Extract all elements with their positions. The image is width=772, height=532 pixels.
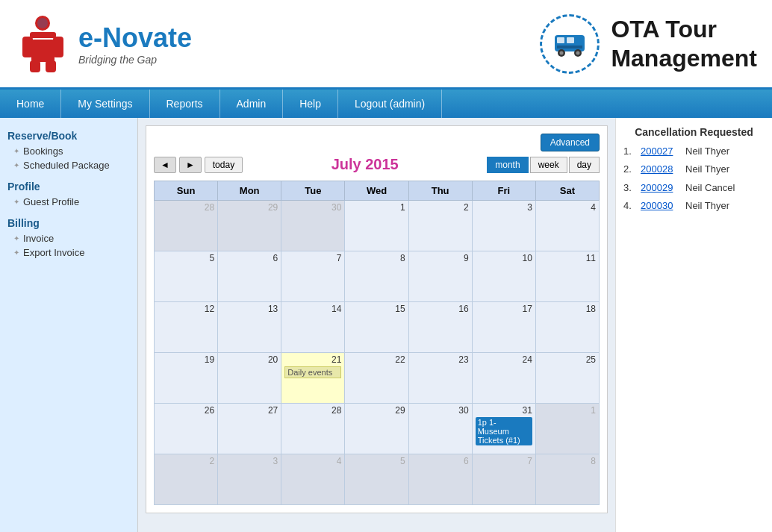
calendar-day-cell[interactable]: 11	[535, 251, 599, 302]
advanced-button[interactable]: Advanced	[541, 134, 600, 151]
cancellation-item-name: Neil Thyer	[685, 145, 729, 158]
calendar-day-cell[interactable]: 29	[218, 201, 281, 251]
date-number: 1	[539, 405, 596, 416]
sidebar-item-invoice[interactable]: ✦ Invoice	[0, 231, 137, 245]
nav-help[interactable]: Help	[283, 90, 338, 118]
view-day-button[interactable]: day	[569, 157, 600, 173]
cancellation-item-id[interactable]: 200028	[641, 163, 682, 176]
calendar-day-cell[interactable]: 17	[472, 302, 535, 353]
today-button[interactable]: today	[205, 157, 243, 173]
sidebar-item-guest-profile[interactable]: ✦ Guest Profile	[0, 195, 137, 209]
cancellation-item-name: Neil Cancel	[685, 181, 735, 195]
calendar-day-cell[interactable]: 15	[345, 302, 408, 353]
logo-text: e-Novate Bridging the Gap	[78, 22, 192, 66]
sidebar-title-billing[interactable]: Billing	[0, 213, 137, 231]
calendar-day-cell[interactable]: 18	[535, 302, 599, 353]
date-number: 29	[221, 202, 278, 213]
nav-home[interactable]: Home	[0, 90, 61, 118]
calendar-day-cell[interactable]: 20	[218, 353, 281, 404]
calendar-day-cell[interactable]: 28	[155, 201, 218, 251]
event-badge[interactable]: 1p 1- Museum Tickets (#1)	[476, 417, 532, 445]
date-number: 16	[412, 304, 469, 314]
calendar-day-cell[interactable]: 6	[218, 251, 281, 302]
nav-admin[interactable]: Admin	[220, 90, 284, 118]
date-number: 5	[158, 253, 214, 263]
calendar-day-cell[interactable]: 5	[155, 251, 218, 302]
view-month-button[interactable]: month	[487, 157, 528, 173]
nav-reports[interactable]: Reports	[150, 90, 220, 118]
calendar-day-cell[interactable]: 23	[408, 353, 472, 404]
calendar-day-cell[interactable]: 4	[281, 454, 345, 505]
date-number: 27	[221, 405, 278, 416]
calendar-day-cell[interactable]: 26	[155, 404, 218, 454]
calendar-day-cell[interactable]: 24	[472, 353, 535, 404]
logo-icon	[15, 14, 71, 74]
calendar-nav: ◄ ► today	[154, 157, 243, 173]
day-header-sun: Sun	[155, 181, 218, 201]
cancellation-list-item: 2.200028Neil Thyer	[623, 163, 765, 176]
sidebar-title-reserve[interactable]: Reserve/Book	[0, 125, 137, 144]
cancellation-item-id[interactable]: 200029	[641, 181, 682, 195]
main-layout: Reserve/Book ✦ Bookings ✦ Scheduled Pack…	[0, 118, 772, 532]
calendar-day-cell[interactable]: 3	[472, 201, 535, 251]
date-number: 6	[221, 253, 278, 263]
cancellation-item-number: 2.	[623, 163, 637, 176]
prev-button[interactable]: ◄	[154, 157, 176, 173]
calendar-day-cell[interactable]: 4	[535, 201, 599, 251]
day-header-thu: Thu	[408, 181, 472, 201]
calendar-day-cell[interactable]: 8	[345, 251, 408, 302]
calendar-day-cell[interactable]: 2	[408, 201, 472, 251]
calendar-day-cell[interactable]: 3	[218, 454, 281, 505]
calendar-day-cell[interactable]: 14	[281, 302, 345, 353]
calendar-day-cell[interactable]: 19	[155, 353, 218, 404]
calendar-day-cell[interactable]: 13	[218, 302, 281, 353]
sidebar-item-bookings[interactable]: ✦ Bookings	[0, 144, 137, 158]
date-number: 25	[539, 354, 596, 365]
cancellation-item-id[interactable]: 200030	[641, 199, 682, 213]
calendar-day-cell[interactable]: 9	[408, 251, 472, 302]
nav-bar: Home My Settings Reports Admin Help Logo…	[0, 90, 772, 118]
right-panel: Cancellation Requested 1.200027Neil Thye…	[615, 118, 772, 532]
calendar-day-cell[interactable]: 8	[535, 454, 599, 505]
sidebar-section-reserve: Reserve/Book ✦ Bookings ✦ Scheduled Pack…	[0, 125, 137, 172]
calendar-day-cell[interactable]: 12	[155, 302, 218, 353]
calendar-day-cell[interactable]: 1	[535, 404, 599, 454]
daily-events-badge[interactable]: Daily events	[284, 366, 341, 378]
calendar-day-cell[interactable]: 2	[155, 454, 218, 505]
date-number: 3	[476, 202, 532, 213]
day-header-wed: Wed	[345, 181, 408, 201]
calendar-day-cell[interactable]: 29	[345, 404, 408, 454]
day-header-sat: Sat	[535, 181, 599, 201]
calendar-day-cell[interactable]: 21Daily events	[281, 353, 345, 404]
calendar-day-cell[interactable]: 5	[345, 454, 408, 505]
calendar-day-cell[interactable]: 10	[472, 251, 535, 302]
calendar-day-cell[interactable]: 7	[281, 251, 345, 302]
calendar-day-cell[interactable]: 22	[345, 353, 408, 404]
calendar-day-cell[interactable]: 30	[408, 404, 472, 454]
nav-logout[interactable]: Logout (admin)	[338, 90, 442, 118]
cancellation-list-item: 3.200029Neil Cancel	[623, 181, 765, 195]
calendar-day-cell[interactable]: 16	[408, 302, 472, 353]
sidebar-title-profile[interactable]: Profile	[0, 176, 137, 195]
calendar-day-cell[interactable]: 27	[218, 404, 281, 454]
calendar-day-cell[interactable]: 311p 1- Museum Tickets (#1)	[472, 404, 535, 454]
calendar-day-cell[interactable]: 25	[535, 353, 599, 404]
calendar-day-cell[interactable]: 6	[408, 454, 472, 505]
date-number: 9	[412, 253, 469, 263]
date-number: 12	[158, 304, 214, 314]
sidebar-item-export-invoice[interactable]: ✦ Export Invoice	[0, 245, 137, 260]
nav-settings[interactable]: My Settings	[61, 90, 149, 118]
view-week-button[interactable]: week	[530, 157, 567, 173]
sidebar-item-scheduled-package[interactable]: ✦ Scheduled Package	[0, 158, 137, 172]
calendar-day-cell[interactable]: 1	[345, 201, 408, 251]
date-number: 23	[412, 354, 469, 365]
bullet-icon: ✦	[13, 198, 19, 206]
date-number: 20	[221, 354, 278, 365]
calendar-day-cell[interactable]: 7	[472, 454, 535, 505]
next-button[interactable]: ►	[179, 157, 202, 173]
bullet-icon: ✦	[13, 234, 19, 242]
date-number: 17	[476, 304, 532, 314]
calendar-day-cell[interactable]: 30	[281, 201, 345, 251]
cancellation-item-id[interactable]: 200027	[641, 145, 682, 158]
calendar-day-cell[interactable]: 28	[281, 404, 345, 454]
